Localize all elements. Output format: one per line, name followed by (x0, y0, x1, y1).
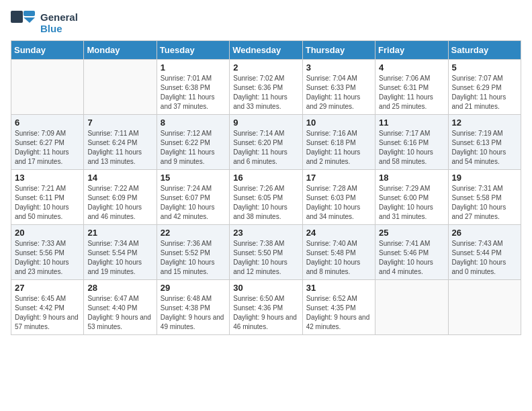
day-info: Sunrise: 7:17 AMSunset: 6:16 PMDaylight:… (379, 129, 444, 167)
calendar-cell (84, 60, 157, 115)
calendar-cell: 16Sunrise: 7:26 AMSunset: 6:05 PMDayligh… (230, 170, 302, 225)
day-info: Sunrise: 7:04 AMSunset: 6:33 PMDaylight:… (306, 74, 371, 111)
calendar-cell (375, 280, 448, 335)
day-info: Sunrise: 7:33 AMSunset: 5:56 PMDaylight:… (15, 239, 80, 277)
calendar-cell: 31Sunrise: 6:52 AMSunset: 4:35 PMDayligh… (302, 280, 375, 335)
day-number: 24 (306, 228, 371, 238)
calendar-cell: 15Sunrise: 7:24 AMSunset: 6:07 PMDayligh… (157, 170, 229, 225)
day-info: Sunrise: 7:12 AMSunset: 6:22 PMDaylight:… (161, 129, 226, 167)
calendar-week-row: 13Sunrise: 7:21 AMSunset: 6:11 PMDayligh… (11, 170, 521, 225)
day-number: 21 (87, 228, 152, 238)
day-info: Sunrise: 7:21 AMSunset: 6:11 PMDaylight:… (15, 184, 80, 222)
day-header-saturday: Saturday (448, 41, 521, 60)
calendar-cell: 29Sunrise: 6:48 AMSunset: 4:38 PMDayligh… (157, 280, 229, 335)
calendar-table: SundayMondayTuesdayWednesdayThursdayFrid… (11, 40, 521, 335)
day-number: 29 (161, 283, 226, 293)
day-number: 11 (379, 118, 444, 128)
calendar-cell: 25Sunrise: 7:41 AMSunset: 5:46 PMDayligh… (375, 225, 448, 280)
day-info: Sunrise: 7:02 AMSunset: 6:36 PMDaylight:… (233, 74, 298, 111)
calendar-week-row: 27Sunrise: 6:45 AMSunset: 4:42 PMDayligh… (11, 280, 521, 335)
calendar-cell: 20Sunrise: 7:33 AMSunset: 5:56 PMDayligh… (11, 225, 84, 280)
calendar-cell: 24Sunrise: 7:40 AMSunset: 5:48 PMDayligh… (302, 225, 375, 280)
day-info: Sunrise: 6:45 AMSunset: 4:42 PMDaylight:… (15, 294, 80, 332)
day-number: 4 (379, 62, 444, 73)
day-info: Sunrise: 7:43 AMSunset: 5:44 PMDaylight:… (452, 239, 517, 277)
day-header-monday: Monday (84, 41, 157, 60)
day-info: Sunrise: 6:48 AMSunset: 4:38 PMDaylight:… (161, 294, 226, 332)
day-number: 27 (15, 283, 80, 293)
calendar-cell: 5Sunrise: 7:07 AMSunset: 6:29 PMDaylight… (448, 60, 521, 115)
day-number: 30 (233, 283, 298, 293)
day-number: 9 (233, 118, 298, 128)
calendar-cell: 10Sunrise: 7:16 AMSunset: 6:18 PMDayligh… (302, 115, 375, 170)
day-info: Sunrise: 7:36 AMSunset: 5:52 PMDaylight:… (161, 239, 226, 277)
svg-rect-0 (11, 11, 23, 23)
day-header-thursday: Thursday (302, 41, 375, 60)
day-info: Sunrise: 7:38 AMSunset: 5:50 PMDaylight:… (233, 239, 298, 277)
day-info: Sunrise: 7:26 AMSunset: 6:05 PMDaylight:… (233, 184, 298, 222)
day-number: 2 (233, 62, 298, 73)
day-number: 8 (161, 118, 226, 128)
calendar-cell: 27Sunrise: 6:45 AMSunset: 4:42 PMDayligh… (11, 280, 84, 335)
day-number: 31 (306, 283, 371, 293)
day-info: Sunrise: 7:22 AMSunset: 6:09 PMDaylight:… (87, 184, 152, 222)
day-info: Sunrise: 6:47 AMSunset: 4:40 PMDaylight:… (87, 294, 152, 332)
calendar-cell: 21Sunrise: 7:34 AMSunset: 5:54 PMDayligh… (84, 225, 157, 280)
day-header-tuesday: Tuesday (157, 41, 229, 60)
day-number: 19 (452, 173, 517, 183)
logo-blue: Blue (40, 23, 78, 34)
calendar-cell (448, 280, 521, 335)
calendar-cell: 14Sunrise: 7:22 AMSunset: 6:09 PMDayligh… (84, 170, 157, 225)
svg-rect-1 (24, 11, 35, 16)
calendar-cell: 9Sunrise: 7:14 AMSunset: 6:20 PMDaylight… (230, 115, 302, 170)
page-header: General Blue (11, 11, 521, 35)
day-info: Sunrise: 7:40 AMSunset: 5:48 PMDaylight:… (306, 239, 371, 277)
day-number: 20 (15, 228, 80, 238)
day-info: Sunrise: 6:52 AMSunset: 4:35 PMDaylight:… (306, 294, 371, 332)
day-header-friday: Friday (375, 41, 448, 60)
day-number: 25 (379, 228, 444, 238)
day-info: Sunrise: 7:19 AMSunset: 6:13 PMDaylight:… (452, 129, 517, 167)
calendar-cell: 3Sunrise: 7:04 AMSunset: 6:33 PMDaylight… (302, 60, 375, 115)
day-info: Sunrise: 7:29 AMSunset: 6:00 PMDaylight:… (379, 184, 444, 222)
calendar-week-row: 6Sunrise: 7:09 AMSunset: 6:27 PMDaylight… (11, 115, 521, 170)
calendar-cell: 11Sunrise: 7:17 AMSunset: 6:16 PMDayligh… (375, 115, 448, 170)
calendar-cell: 2Sunrise: 7:02 AMSunset: 6:36 PMDaylight… (230, 60, 302, 115)
calendar-cell: 30Sunrise: 6:50 AMSunset: 4:36 PMDayligh… (230, 280, 302, 335)
day-info: Sunrise: 7:01 AMSunset: 6:38 PMDaylight:… (161, 74, 226, 111)
day-number: 3 (306, 62, 371, 73)
calendar-header-row: SundayMondayTuesdayWednesdayThursdayFrid… (11, 41, 521, 60)
calendar-cell: 1Sunrise: 7:01 AMSunset: 6:38 PMDaylight… (157, 60, 229, 115)
day-number: 1 (161, 62, 226, 73)
calendar-cell: 8Sunrise: 7:12 AMSunset: 6:22 PMDaylight… (157, 115, 229, 170)
day-info: Sunrise: 7:06 AMSunset: 6:31 PMDaylight:… (379, 74, 444, 111)
calendar-cell (11, 60, 84, 115)
calendar-cell: 19Sunrise: 7:31 AMSunset: 5:58 PMDayligh… (448, 170, 521, 225)
calendar-cell: 4Sunrise: 7:06 AMSunset: 6:31 PMDaylight… (375, 60, 448, 115)
day-number: 13 (15, 173, 80, 183)
day-info: Sunrise: 6:50 AMSunset: 4:36 PMDaylight:… (233, 294, 298, 332)
day-info: Sunrise: 7:28 AMSunset: 6:03 PMDaylight:… (306, 184, 371, 222)
calendar-cell: 23Sunrise: 7:38 AMSunset: 5:50 PMDayligh… (230, 225, 302, 280)
logo-general: General (40, 11, 78, 23)
day-info: Sunrise: 7:09 AMSunset: 6:27 PMDaylight:… (15, 129, 80, 167)
day-number: 10 (306, 118, 371, 128)
day-header-sunday: Sunday (11, 41, 84, 60)
calendar-cell: 22Sunrise: 7:36 AMSunset: 5:52 PMDayligh… (157, 225, 229, 280)
day-info: Sunrise: 7:14 AMSunset: 6:20 PMDaylight:… (233, 129, 298, 167)
day-info: Sunrise: 7:34 AMSunset: 5:54 PMDaylight:… (87, 239, 152, 277)
day-number: 6 (15, 118, 80, 128)
calendar-cell: 18Sunrise: 7:29 AMSunset: 6:00 PMDayligh… (375, 170, 448, 225)
day-number: 15 (161, 173, 226, 183)
calendar-cell: 12Sunrise: 7:19 AMSunset: 6:13 PMDayligh… (448, 115, 521, 170)
calendar-cell: 13Sunrise: 7:21 AMSunset: 6:11 PMDayligh… (11, 170, 84, 225)
calendar-cell: 7Sunrise: 7:11 AMSunset: 6:24 PMDaylight… (84, 115, 157, 170)
calendar-cell: 6Sunrise: 7:09 AMSunset: 6:27 PMDaylight… (11, 115, 84, 170)
calendar-cell: 26Sunrise: 7:43 AMSunset: 5:44 PMDayligh… (448, 225, 521, 280)
day-number: 22 (161, 228, 226, 238)
day-info: Sunrise: 7:07 AMSunset: 6:29 PMDaylight:… (452, 74, 517, 111)
day-number: 26 (452, 228, 517, 238)
day-number: 14 (87, 173, 152, 183)
day-number: 16 (233, 173, 298, 183)
day-number: 28 (87, 283, 152, 293)
